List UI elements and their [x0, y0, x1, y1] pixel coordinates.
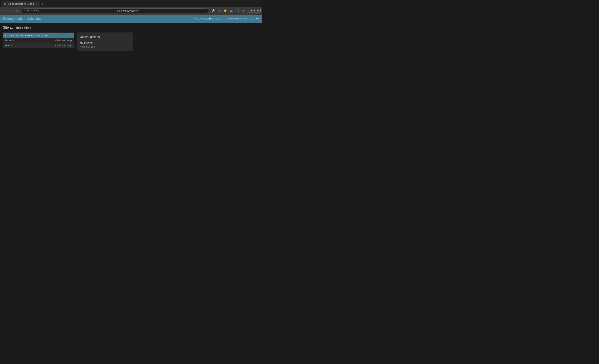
module-header-title: AUTHENTICATION AND AUTHORIZATION [5, 34, 48, 36]
users-row: Users Add Change [3, 43, 74, 48]
recent-actions-box: Recent actions My actions None available [77, 33, 133, 51]
update-button[interactable]: Update ☰ [247, 9, 261, 13]
tab-bar: Site administration | Djang ✕ + [0, 0, 262, 7]
alert-button[interactable]: ⚠ [229, 9, 234, 13]
users-name: Users [5, 44, 55, 47]
page-title: Site administration [3, 26, 259, 30]
alert-triangle-icon: ⚠ [230, 9, 233, 12]
users-link[interactable]: Users [5, 44, 12, 47]
groups-name: Groups [5, 39, 55, 42]
tab-title: Site administration | Djang [8, 3, 34, 5]
content-area: Site administration AUTHENTICATION AND A… [0, 23, 262, 135]
change-password-link[interactable]: CHANGE PASSWORD [227, 17, 248, 20]
forward-button[interactable]: → [8, 8, 13, 13]
my-actions-section: My actions None available [80, 41, 131, 48]
django-logo[interactable]: Django administration [3, 17, 43, 21]
brave-lion-icon: 🦁 [224, 9, 227, 12]
view-site-link[interactable]: VIEW SITE [215, 17, 225, 20]
key-icon-button[interactable]: 🔑 [210, 9, 216, 13]
new-tab-button[interactable]: + [40, 2, 45, 6]
users-actions: Add Change [55, 44, 72, 47]
recent-actions-title: Recent actions [80, 35, 131, 39]
groups-change-link[interactable]: Change [62, 39, 72, 42]
url-display: 0.0.0.0:8000/admin/ [117, 9, 207, 12]
users-add-link[interactable]: Add [55, 44, 61, 47]
tab-favicon [4, 3, 6, 5]
active-tab[interactable]: Site administration | Djang ✕ [1, 1, 40, 7]
groups-add-link[interactable]: Add [55, 39, 61, 42]
download-icon-button[interactable]: ⬇ [241, 9, 246, 13]
auth-module: AUTHENTICATION AND AUTHORIZATION Groups … [3, 33, 74, 48]
welcome-prefix: WELCOME, [194, 17, 206, 20]
brave-shield-button[interactable]: 🦁 [223, 9, 228, 13]
main-layout: AUTHENTICATION AND AUTHORIZATION Groups … [3, 33, 259, 51]
nav-actions: 🔑 ⬆ 🦁 ⚠ 🎵 ⬇ Update ☰ [210, 9, 261, 13]
tab-close-button[interactable]: ✕ [35, 2, 38, 5]
navigation-bar: ← → ↻ ⚠ Not secure | 0.0.0.0:8000/admin/… [0, 7, 262, 15]
back-button[interactable]: ← [1, 8, 7, 13]
browser-window: Site administration | Djang ✕ + ← → ↻ ⚠ … [0, 0, 262, 15]
update-menu-icon: ☰ [257, 9, 259, 12]
none-available-text: None available [80, 46, 131, 48]
header-user-links: WELCOME, ADMIN VIEW SITE / CHANGE PASSWO… [194, 17, 259, 20]
right-panel: Recent actions My actions None available [77, 33, 133, 51]
module-header: AUTHENTICATION AND AUTHORIZATION [3, 33, 74, 38]
django-header: Django administration WELCOME, ADMIN VIE… [0, 15, 262, 23]
music-icon-button[interactable]: 🎵 [235, 9, 240, 13]
django-admin-page: Django administration WELCOME, ADMIN VIE… [0, 15, 262, 135]
update-label: Update [249, 9, 256, 12]
users-change-link[interactable]: Change [62, 44, 72, 47]
left-panel: AUTHENTICATION AND AUTHORIZATION Groups … [3, 33, 74, 51]
share-icon-button[interactable]: ⬆ [217, 9, 221, 13]
reload-button[interactable]: ↻ [15, 8, 20, 13]
groups-row: Groups Add Change [3, 38, 74, 43]
groups-link[interactable]: Groups [5, 39, 14, 42]
admin-username: ADMIN [206, 17, 213, 20]
my-actions-label: My actions [80, 41, 131, 44]
security-label: Not secure | [26, 9, 116, 12]
security-icon: ⚠ [24, 9, 26, 12]
logout-link[interactable]: LOG OUT [250, 17, 259, 20]
address-bar[interactable]: ⚠ Not secure | 0.0.0.0:8000/admin/ [21, 9, 209, 13]
groups-actions: Add Change [55, 39, 72, 42]
